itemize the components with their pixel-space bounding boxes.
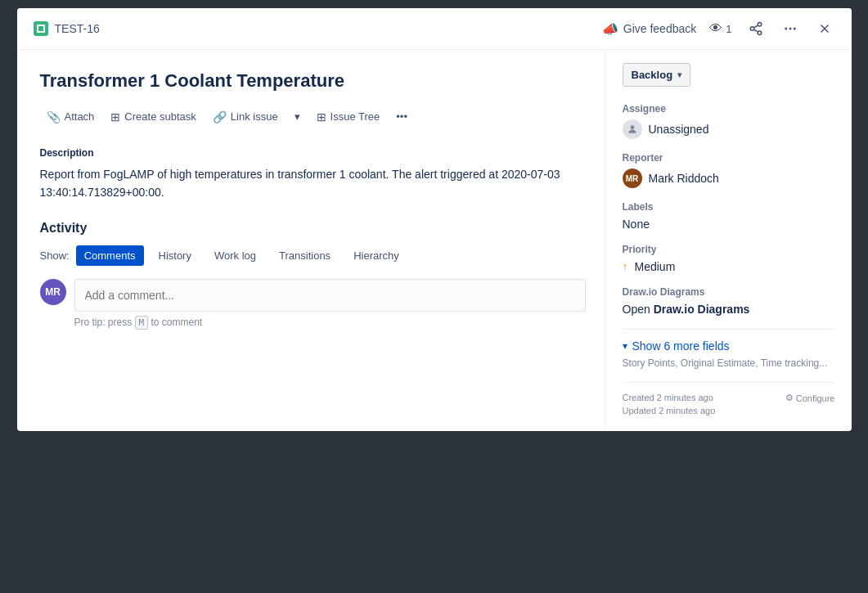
tab-transitions[interactable]: Transitions xyxy=(271,245,339,266)
priority-icon: ↑ xyxy=(623,260,628,273)
pro-tip-suffix: to comment xyxy=(151,317,203,328)
description-text: Report from FogLAMP of high temperatures… xyxy=(40,165,586,202)
gear-icon: ⚙ xyxy=(785,393,794,403)
modal-header: TEST-16 📣 Give feedback 👁 1 xyxy=(17,8,852,50)
current-user-avatar: MR xyxy=(40,279,66,305)
priority-text: Medium xyxy=(635,260,676,273)
configure-label: Configure xyxy=(796,393,835,403)
more-options-button[interactable] xyxy=(780,18,801,39)
more-fields-hint: Story Points, Original Estimate, Time tr… xyxy=(623,357,835,369)
reporter-avatar: MR xyxy=(623,168,642,188)
avatar-initials: MR xyxy=(45,286,61,298)
watch-count: 1 xyxy=(726,23,731,35)
updated-label: Updated 2 minutes ago xyxy=(623,406,716,416)
tab-hierarchy[interactable]: Hierarchy xyxy=(345,245,407,266)
status-button[interactable]: Backlog ▾ xyxy=(623,63,691,87)
tab-history[interactable]: History xyxy=(151,245,200,266)
tab-comments-label: Comments xyxy=(84,249,136,262)
labels-value: None xyxy=(623,218,835,231)
dots-icon: ••• xyxy=(396,110,407,123)
link-issue-label: Link issue xyxy=(231,110,278,123)
assignee-avatar xyxy=(623,119,642,139)
create-subtask-label: Create subtask xyxy=(124,110,196,123)
paperclip-icon: 📎 xyxy=(47,110,61,124)
labels-text: None xyxy=(623,218,650,231)
show-more-fields-button[interactable]: ▾ Show 6 more fields xyxy=(623,339,730,353)
tab-comments[interactable]: Comments xyxy=(76,245,144,266)
priority-label: Priority xyxy=(623,244,835,255)
created-label: Created 2 minutes ago xyxy=(623,393,713,403)
close-button[interactable] xyxy=(814,18,835,39)
svg-point-6 xyxy=(789,28,791,30)
svg-point-7 xyxy=(793,28,795,30)
issue-tree-button[interactable]: ⊞ Issue Tree xyxy=(310,106,387,128)
labels-field: Labels None xyxy=(623,201,835,231)
header-left: TEST-16 xyxy=(34,21,100,36)
chevron-down-icon: ▾ xyxy=(623,340,627,352)
issue-modal: TEST-16 📣 Give feedback 👁 1 xyxy=(17,8,852,431)
show-label: Show: xyxy=(40,249,70,262)
comment-input[interactable] xyxy=(74,279,586,312)
more-toolbar-button[interactable]: ▾ xyxy=(288,106,307,127)
tab-hierarchy-label: Hierarchy xyxy=(353,249,399,262)
reporter-field: Reporter MR Mark Riddoch xyxy=(623,152,835,188)
activity-section: Activity Show: Comments History Work log xyxy=(40,221,586,328)
configure-button[interactable]: ⚙ Configure xyxy=(785,393,835,403)
chevron-down-icon: ▾ xyxy=(677,70,681,79)
svg-point-0 xyxy=(758,23,762,27)
sidebar: Backlog ▾ Assignee Unassigned Reporter xyxy=(606,50,852,431)
drawio-open-link[interactable]: Open Draw.io Diagrams xyxy=(623,303,835,316)
main-content: Transformer 1 Coolant Temperature 📎 Atta… xyxy=(17,50,606,431)
reporter-value: MR Mark Riddoch xyxy=(623,168,835,188)
comment-area: MR xyxy=(40,279,586,312)
watch-button[interactable]: 👁 1 xyxy=(709,21,731,36)
attach-button[interactable]: 📎 Attach xyxy=(40,106,101,128)
attach-label: Attach xyxy=(65,110,95,123)
svg-line-4 xyxy=(753,25,758,28)
toolbar: 📎 Attach ⊞ Create subtask 🔗 Link issue ▾ xyxy=(40,106,586,128)
issue-type-icon xyxy=(34,21,48,36)
tab-transitions-label: Transitions xyxy=(279,249,331,262)
tab-worklog[interactable]: Work log xyxy=(206,245,264,266)
activity-heading: Activity xyxy=(40,221,586,236)
pro-tip-key: M xyxy=(135,316,149,330)
reporter-name: Mark Riddoch xyxy=(649,172,719,185)
issue-tree-icon: ⊞ xyxy=(317,110,326,124)
share-button[interactable] xyxy=(745,18,767,39)
priority-field: Priority ↑ Medium xyxy=(623,244,835,273)
description-heading: Description xyxy=(40,147,586,159)
svg-line-3 xyxy=(753,29,758,32)
modal-body: Transformer 1 Coolant Temperature 📎 Atta… xyxy=(17,50,852,431)
status-label: Backlog xyxy=(632,69,673,81)
svg-point-1 xyxy=(750,27,754,31)
link-icon: 🔗 xyxy=(213,110,227,124)
pro-tip: Pro tip: press M to comment xyxy=(74,317,586,328)
labels-label: Labels xyxy=(623,201,835,213)
pro-tip-text: Pro tip: press xyxy=(74,317,133,328)
drawio-open-bold: Draw.io Diagrams xyxy=(654,303,750,316)
updated-line: Updated 2 minutes ago xyxy=(623,406,835,416)
svg-point-10 xyxy=(630,125,634,129)
footer-meta: Created 2 minutes ago ⚙ Configure Update… xyxy=(623,382,835,416)
extra-options-button[interactable]: ••• xyxy=(389,106,414,127)
issue-type-shape xyxy=(37,25,45,33)
link-issue-button[interactable]: 🔗 Link issue xyxy=(206,106,285,128)
header-right: 📣 Give feedback 👁 1 xyxy=(602,18,835,39)
create-subtask-button[interactable]: ⊞ Create subtask xyxy=(104,106,202,128)
created-line: Created 2 minutes ago ⚙ Configure xyxy=(623,393,835,403)
assignee-value: Unassigned xyxy=(623,119,835,139)
issue-tree-label: Issue Tree xyxy=(331,110,380,123)
feedback-button[interactable]: 📣 Give feedback xyxy=(602,21,697,37)
svg-point-5 xyxy=(785,28,787,30)
tab-worklog-label: Work log xyxy=(214,249,256,262)
description-section: Description Report from FogLAMP of high … xyxy=(40,147,586,202)
drawio-label: Draw.io Diagrams xyxy=(623,286,835,298)
eye-icon: 👁 xyxy=(709,21,722,36)
chevron-down-icon: ▾ xyxy=(295,110,300,123)
assignee-name: Unassigned xyxy=(649,123,709,136)
reporter-label: Reporter xyxy=(623,152,835,164)
tab-history-label: History xyxy=(159,249,191,262)
subtask-icon: ⊞ xyxy=(110,110,120,124)
issue-title: Transformer 1 Coolant Temperature xyxy=(40,70,586,93)
feedback-label: Give feedback xyxy=(623,22,697,35)
